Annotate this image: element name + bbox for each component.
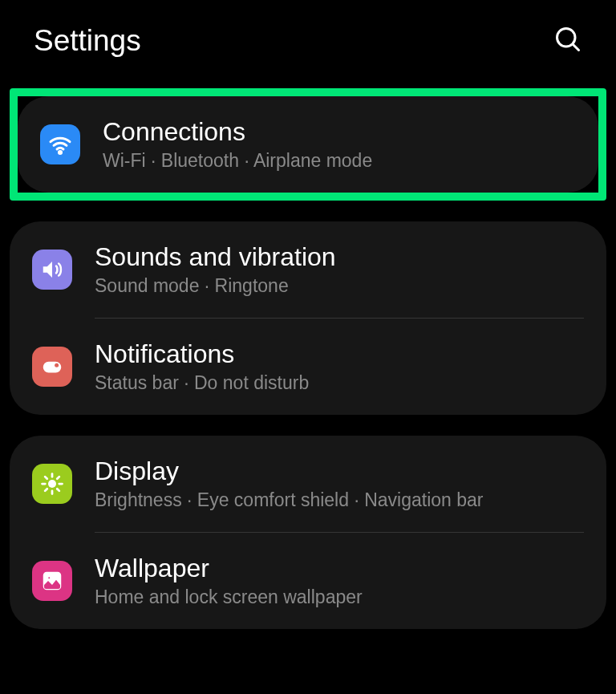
settings-group-connections: Connections Wi-Fi · Bluetooth · Airplane…	[18, 96, 598, 193]
search-icon[interactable]	[553, 25, 582, 57]
item-subtitle: Brightness · Eye comfort shield · Naviga…	[95, 489, 584, 511]
item-title: Sounds and vibration	[95, 242, 584, 272]
highlight-box: Connections Wi-Fi · Bluetooth · Airplane…	[10, 88, 606, 201]
item-subtitle: Wi-Fi · Bluetooth · Airplane mode	[103, 150, 576, 172]
notification-icon	[32, 347, 72, 387]
svg-rect-3	[43, 362, 62, 373]
item-title: Wallpaper	[95, 554, 584, 583]
page-title: Settings	[34, 24, 141, 58]
svg-point-15	[47, 576, 51, 580]
svg-line-1	[573, 44, 579, 51]
header: Settings	[0, 0, 616, 82]
svg-line-11	[57, 489, 59, 491]
item-content: Sounds and vibration Sound mode · Ringto…	[95, 242, 584, 297]
settings-item-wallpaper[interactable]: Wallpaper Home and lock screen wallpaper	[10, 533, 606, 629]
sound-icon	[32, 250, 72, 290]
settings-item-sounds[interactable]: Sounds and vibration Sound mode · Ringto…	[10, 221, 606, 318]
settings-group-display-wallpaper: Display Brightness · Eye comfort shield …	[10, 436, 606, 629]
svg-point-4	[55, 363, 59, 367]
wallpaper-icon	[32, 561, 72, 601]
item-content: Connections Wi-Fi · Bluetooth · Airplane…	[103, 117, 576, 172]
settings-item-connections[interactable]: Connections Wi-Fi · Bluetooth · Airplane…	[18, 96, 598, 193]
settings-item-display[interactable]: Display Brightness · Eye comfort shield …	[10, 436, 606, 532]
settings-group-sounds-notifications: Sounds and vibration Sound mode · Ringto…	[10, 221, 606, 415]
item-title: Connections	[103, 117, 576, 147]
item-content: Display Brightness · Eye comfort shield …	[95, 457, 584, 511]
svg-line-12	[45, 489, 47, 491]
item-subtitle: Home and lock screen wallpaper	[95, 586, 584, 608]
item-title: Display	[95, 457, 584, 486]
svg-line-10	[45, 477, 47, 479]
svg-line-13	[57, 477, 59, 479]
svg-point-5	[48, 480, 56, 488]
item-content: Notifications Status bar · Do not distur…	[95, 339, 584, 394]
svg-point-2	[59, 151, 61, 153]
item-subtitle: Status bar · Do not disturb	[95, 372, 584, 394]
wifi-icon	[40, 124, 80, 164]
item-content: Wallpaper Home and lock screen wallpaper	[95, 554, 584, 608]
item-title: Notifications	[95, 339, 584, 369]
item-subtitle: Sound mode · Ringtone	[95, 275, 584, 297]
brightness-icon	[32, 464, 72, 504]
settings-item-notifications[interactable]: Notifications Status bar · Do not distur…	[10, 319, 606, 415]
